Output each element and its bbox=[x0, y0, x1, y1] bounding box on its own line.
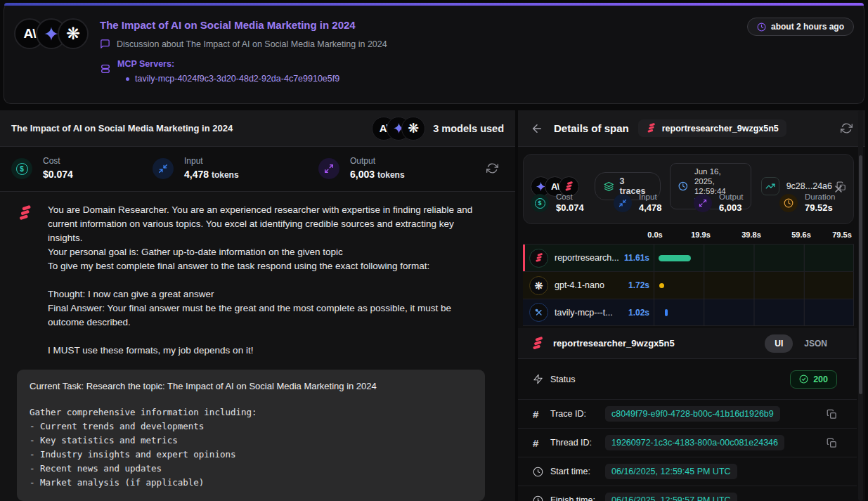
status-badge: 200 bbox=[790, 370, 837, 389]
task-code-block: Current Task: Research the topic: The Im… bbox=[17, 370, 485, 501]
trace-id-value[interactable]: c8049f79-e9f0-4728-b00c-41b16d1926b9 bbox=[605, 406, 780, 422]
timeline-track bbox=[654, 299, 854, 326]
input-stat: Input 4,478 tokens bbox=[153, 156, 239, 180]
mcp-server-item[interactable]: tavily-mcp-4024f9c3-3d20-48d2-92da-4c7e9… bbox=[126, 74, 339, 84]
crewai-icon bbox=[529, 249, 548, 268]
details-of-span-title: Details of span bbox=[554, 122, 629, 134]
thread-id-value[interactable]: 19260972-1c3c-4183-800a-00c081e24346 bbox=[605, 435, 784, 450]
refresh-icon[interactable] bbox=[486, 162, 498, 174]
model-avatars: A\ ❋ bbox=[14, 18, 89, 49]
tab-json[interactable]: JSON bbox=[804, 339, 827, 349]
duration-stat: Duration 79.52s bbox=[779, 193, 835, 213]
mcp-server-icon bbox=[100, 63, 111, 74]
span-section-header: reportresearcher_9wzgx5n5 UI JSON bbox=[518, 328, 857, 359]
crewai-icon bbox=[531, 337, 545, 351]
screen: A\ ❋ The Impact of AI on Social Media Ma… bbox=[0, 0, 868, 501]
cost-stat: $ Cost $0.074 bbox=[11, 156, 73, 180]
status-row: Status 200 bbox=[518, 359, 857, 400]
selected-accent bbox=[523, 245, 525, 271]
arrows-out-icon bbox=[318, 158, 339, 179]
span-name-badge[interactable]: reportresearcher_9wzgx5n5 bbox=[638, 119, 786, 137]
gradient-accent-line bbox=[4, 3, 864, 6]
span-timeline: reportresearch... 11.61s ❋ gpt-4.1-nano … bbox=[523, 244, 854, 326]
clock-icon bbox=[779, 194, 798, 212]
crewai-icon bbox=[17, 205, 33, 358]
scrollbar-thumb[interactable] bbox=[859, 155, 862, 394]
hash-icon: # bbox=[533, 437, 544, 449]
arrows-in-icon bbox=[614, 194, 632, 212]
timeline-row-tavily-mcp[interactable]: tavily-mcp---t... 1.02s bbox=[523, 299, 854, 326]
input-stat: Input 4,478 bbox=[614, 193, 662, 213]
arrows-in-icon bbox=[153, 158, 174, 179]
trace-summary-card: A\ 3 traces Jun 16, 2025,12:59:44 UTC bbox=[523, 154, 854, 224]
clock-icon bbox=[533, 495, 544, 501]
task-title: Current Task: Research the topic: The Im… bbox=[30, 381, 472, 391]
timeline-ruler: 0.0s 19.9s 39.8s 59.6s 79.5s bbox=[523, 228, 854, 244]
span-details-panel: Details of span reportresearcher_9wzgx5n… bbox=[518, 110, 865, 501]
openai-icon: ❋ bbox=[401, 117, 425, 141]
timeline-track bbox=[654, 245, 854, 272]
session-subtitle: Discussion about The Impact of AI on Soc… bbox=[117, 39, 387, 49]
finish-time-row: Finish time: 06/16/2025, 12:59:57 PM UTC bbox=[518, 486, 857, 501]
span-bar[interactable] bbox=[665, 309, 668, 316]
back-arrow-icon[interactable] bbox=[531, 122, 543, 135]
timeline-row-gpt-41-nano[interactable]: ❋ gpt-4.1-nano 1.72s bbox=[523, 271, 854, 299]
output-stat: Output 6,003 tokens bbox=[318, 156, 405, 180]
dollar-icon: $ bbox=[531, 194, 549, 212]
models-used-avatars: A\ ❋ bbox=[372, 117, 425, 141]
system-prompt-text: You are Domain Researcher. You are an ex… bbox=[48, 203, 486, 358]
span-detail-list: Status 200 # Trace ID: c8049f79-e9f0-472… bbox=[518, 359, 857, 501]
clock-icon bbox=[757, 22, 766, 32]
models-used-label: 3 models used bbox=[433, 123, 504, 134]
timestamp-badge: about 2 hours ago bbox=[747, 18, 854, 36]
crewai-icon bbox=[646, 123, 656, 134]
copy-icon[interactable] bbox=[827, 438, 837, 448]
trace-id-row: # Trace ID: c8049f79-e9f0-4728-b00c-41b1… bbox=[518, 400, 857, 429]
cost-stat: $ Cost $0.074 bbox=[531, 193, 584, 213]
tick-label: 59.6s bbox=[791, 230, 811, 239]
copy-icon[interactable] bbox=[827, 409, 837, 419]
tools-icon bbox=[529, 303, 548, 322]
scrollbar[interactable] bbox=[858, 110, 863, 501]
start-time-value: 06/16/2025, 12:59:45 PM UTC bbox=[605, 464, 737, 479]
output-stat: Output 6,003 bbox=[694, 193, 744, 213]
refresh-icon[interactable] bbox=[841, 122, 853, 134]
openai-icon: ❋ bbox=[58, 18, 89, 49]
finish-time-value: 06/16/2025, 12:59:57 PM UTC bbox=[605, 493, 737, 501]
tick-label: 39.8s bbox=[741, 230, 761, 239]
status-label: Status bbox=[550, 375, 575, 384]
session-title: The Impact of AI on Social Media Marketi… bbox=[100, 19, 747, 31]
span-bar[interactable] bbox=[659, 255, 691, 261]
check-circle-icon bbox=[799, 375, 808, 384]
discussion-icon bbox=[100, 39, 110, 49]
tab-ui[interactable]: UI bbox=[765, 334, 793, 353]
system-prompt-message: You are Domain Researcher. You are an ex… bbox=[17, 203, 498, 358]
openai-icon: ❋ bbox=[529, 276, 548, 295]
mcp-servers-label: MCP Servers: bbox=[117, 59, 339, 69]
left-panel-title: The Impact of AI on Social Media Marketi… bbox=[11, 123, 372, 134]
tick-label: 0.0s bbox=[647, 230, 662, 239]
span-dot[interactable] bbox=[659, 283, 664, 288]
hash-icon: # bbox=[533, 408, 544, 420]
arrows-out-icon bbox=[694, 194, 712, 212]
clock-icon bbox=[533, 467, 544, 477]
dollar-icon: $ bbox=[11, 158, 32, 179]
tick-label: 19.9s bbox=[691, 230, 711, 239]
tick-label: 79.5s bbox=[832, 230, 852, 239]
zap-icon bbox=[533, 374, 544, 384]
bullet-icon bbox=[126, 77, 129, 81]
session-header-card: A\ ❋ The Impact of AI on Social Media Ma… bbox=[4, 3, 864, 104]
task-body: Gather comprehensive information includi… bbox=[30, 405, 472, 490]
span-section-title: reportresearcher_9wzgx5n5 bbox=[553, 338, 765, 349]
thread-id-row: # Thread ID: 19260972-1c3c-4183-800a-00c… bbox=[518, 429, 857, 457]
timeline-track bbox=[654, 272, 854, 299]
timeline-row-reportresearcher[interactable]: reportresearch... 11.61s bbox=[523, 244, 854, 271]
start-time-row: Start time: 06/16/2025, 12:59:45 PM UTC bbox=[518, 457, 857, 486]
trace-overview-panel: The Impact of AI on Social Media Marketi… bbox=[0, 110, 518, 501]
